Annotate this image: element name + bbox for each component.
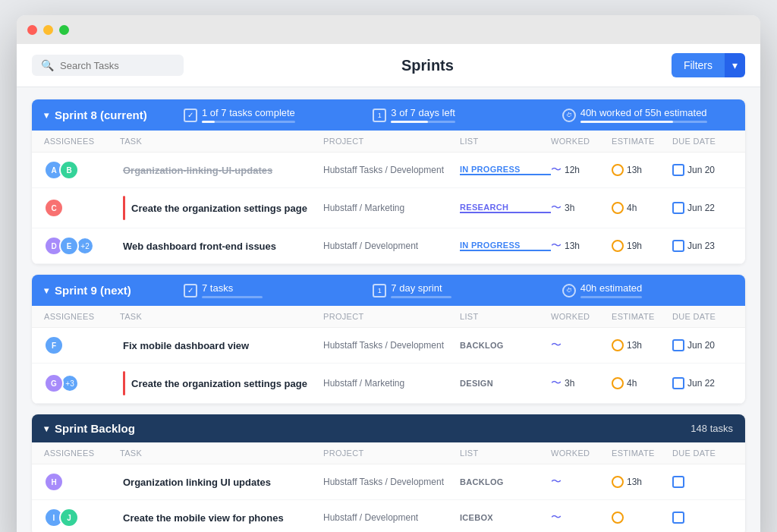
- search-box[interactable]: 🔍: [32, 55, 184, 76]
- task-name[interactable]: Fix mobile dashboard view: [123, 340, 249, 351]
- maximize-button[interactable]: [59, 25, 69, 35]
- stat-with-bar: 40h estimated: [580, 282, 643, 298]
- stat-text: 1 of 7 tasks complete: [202, 107, 295, 118]
- project-name: Hubstaff / Marketing: [323, 378, 460, 389]
- worked-value: 13h: [565, 241, 580, 251]
- table-header-row: AssigneesTaskProjectListWorkedEstimateDu…: [32, 306, 745, 328]
- sprint-header: ▾Sprint 9 (next) ✓ 7 tasks 1 7 day sprin…: [32, 275, 745, 306]
- column-header: List: [460, 312, 551, 321]
- priority-indicator: [123, 196, 125, 220]
- worked-cell: 〜12h: [551, 163, 612, 177]
- list-badge: IN PROGRESS: [460, 165, 551, 175]
- worked-cell: 〜3h: [551, 201, 612, 215]
- list-badge: RESEARCH: [460, 203, 551, 213]
- task-cell: Organization-linking-UI-updates: [120, 165, 323, 176]
- search-input[interactable]: [60, 60, 175, 71]
- backlog-count: 148 tasks: [690, 423, 733, 434]
- estimate-cell: 4h: [612, 202, 672, 214]
- column-header: Task: [120, 312, 323, 321]
- table-row[interactable]: FFix mobile dashboard viewHubstaff Tasks…: [32, 328, 745, 364]
- sprint-title[interactable]: ▾Sprint 9 (next): [44, 284, 165, 297]
- sprint-name: Sprint 9 (next): [55, 284, 131, 297]
- sprint-name: Sprint 8 (current): [55, 109, 147, 121]
- calendar-icon: [672, 476, 684, 488]
- task-name[interactable]: Organization-linking-UI-updates: [123, 165, 272, 176]
- worked-cell: 〜: [551, 475, 612, 489]
- wave-icon: 〜: [551, 201, 562, 215]
- stat-bar: [202, 121, 295, 123]
- stat-text: 3 of 7 days left: [391, 107, 455, 118]
- task-name[interactable]: Create the organization settings page: [131, 378, 307, 389]
- estimate-cell: 13h: [612, 476, 672, 488]
- task-name[interactable]: Create the mobile view for phones: [123, 512, 284, 524]
- table-header-row: AssigneesTaskProjectListWorkedEstimateDu…: [32, 131, 745, 153]
- task-name[interactable]: Organization linking UI updates: [123, 477, 271, 488]
- close-button[interactable]: [27, 25, 37, 35]
- stat-text: 40h worked of 55h estimated: [580, 107, 707, 118]
- task-name[interactable]: Web dashboard front-end issues: [123, 241, 276, 252]
- worked-cell: 〜: [551, 511, 612, 524]
- project-name: Hubstaff / Development: [323, 241, 460, 251]
- column-header: Estimate: [612, 137, 672, 146]
- worked-value: 12h: [565, 165, 580, 175]
- column-header: Project: [323, 449, 460, 458]
- estimate-value: 13h: [627, 340, 642, 351]
- worked-value: 3h: [565, 203, 574, 213]
- sprint-table: AssigneesTaskProjectListWorkedEstimateDu…: [32, 131, 745, 264]
- stat-text: 40h estimated: [580, 282, 643, 294]
- sprint-header: ▾Sprint 8 (current) ✓ 1 of 7 tasks compl…: [32, 99, 745, 131]
- stat-bar: [580, 296, 643, 298]
- sprint-stat: 1 7 day sprint: [373, 282, 543, 298]
- estimate-value: 4h: [627, 378, 637, 389]
- estimate-cell: 13h: [612, 164, 672, 176]
- stat-bar: [391, 121, 455, 123]
- table-row[interactable]: IJCreate the mobile view for phonesHubst…: [32, 500, 745, 532]
- task-cell: Create the organization settings page: [120, 196, 323, 220]
- estimate-value: 13h: [627, 165, 642, 175]
- wave-icon: 〜: [551, 338, 562, 352]
- table-row[interactable]: ABOrganization-linking-UI-updatesHubstaf…: [32, 153, 745, 188]
- table-row[interactable]: DE+2Web dashboard front-end issuesHubsta…: [32, 228, 745, 264]
- filters-group: Filters ▾: [672, 53, 745, 77]
- table-row[interactable]: G+3Create the organization settings page…: [32, 364, 745, 404]
- priority-indicator: [123, 371, 125, 395]
- calendar-icon: [672, 377, 684, 389]
- minimize-button[interactable]: [43, 25, 53, 35]
- assignee-cell: F: [44, 335, 120, 355]
- sprint-title[interactable]: ▾Sprint 8 (current): [44, 109, 165, 121]
- sprint-stat: ⏱ 40h worked of 55h estimated: [562, 107, 733, 123]
- worked-value: 3h: [565, 378, 574, 389]
- column-header: List: [460, 449, 551, 458]
- due-date-cell: [672, 476, 733, 488]
- toolbar: 🔍 Sprints Filters ▾: [17, 44, 760, 87]
- stat-bar-fill: [202, 121, 215, 123]
- list-badge: DESIGN: [460, 379, 551, 388]
- clock-icon: [612, 240, 624, 252]
- backlog-title[interactable]: ▾Sprint Backlog: [44, 422, 690, 435]
- clock-icon: [612, 202, 624, 214]
- column-header: Estimate: [612, 449, 672, 458]
- calendar-icon: [672, 164, 684, 176]
- filters-button[interactable]: Filters: [672, 53, 725, 77]
- due-date-cell: Jun 22: [672, 202, 733, 214]
- column-header: Due Date: [672, 312, 733, 321]
- wave-icon: 〜: [551, 239, 562, 253]
- filters-dropdown-button[interactable]: ▾: [725, 53, 745, 77]
- app-window: 🔍 Sprints Filters ▾ ▾Sprint 8 (current) …: [17, 15, 760, 532]
- assignee-cell: H: [44, 472, 120, 492]
- column-header: Estimate: [612, 312, 672, 321]
- table-row[interactable]: HOrganization linking UI updatesHubstaff…: [32, 464, 745, 500]
- task-name[interactable]: Create the organization settings page: [131, 203, 307, 214]
- stat-bar-fill: [580, 121, 673, 123]
- table-row[interactable]: CCreate the organization settings pageHu…: [32, 188, 745, 228]
- chevron-icon: ▾: [44, 110, 49, 121]
- stat-with-bar: 40h worked of 55h estimated: [580, 107, 707, 123]
- column-header: Project: [323, 137, 460, 146]
- column-header: Task: [120, 137, 323, 146]
- sprint-section-sprint8: ▾Sprint 8 (current) ✓ 1 of 7 tasks compl…: [32, 99, 745, 264]
- page-title: Sprints: [401, 57, 454, 74]
- backlog-name: Sprint Backlog: [55, 422, 135, 435]
- wave-icon: 〜: [551, 475, 562, 489]
- due-date-value: Jun 20: [687, 165, 715, 175]
- column-header: Task: [120, 449, 323, 458]
